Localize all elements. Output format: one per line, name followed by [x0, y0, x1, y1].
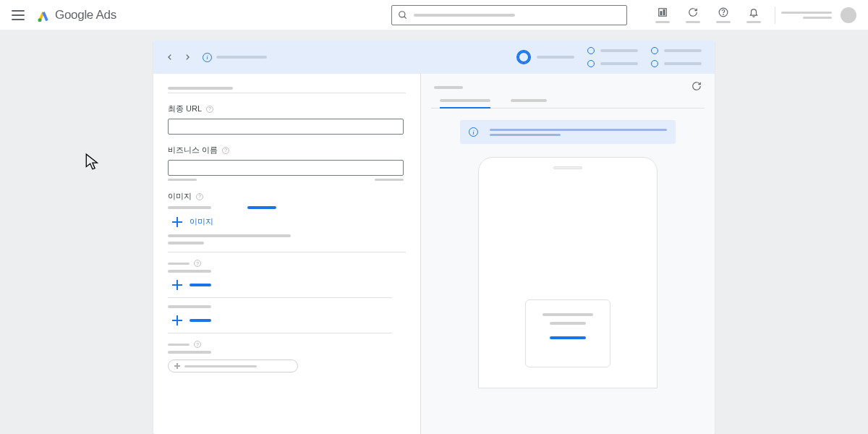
preview-pane: i [421, 74, 715, 434]
account-info[interactable] [781, 12, 832, 19]
step-item[interactable] [651, 60, 702, 67]
bell-icon [749, 7, 759, 17]
business-name-input[interactable] [168, 160, 404, 176]
add-item-button[interactable] [172, 280, 406, 290]
svg-line-2 [404, 16, 407, 18]
svg-point-7 [723, 14, 724, 15]
phone-speaker [553, 166, 582, 169]
plus-icon [172, 217, 182, 227]
field-label [168, 344, 190, 346]
notifications-button[interactable] [739, 7, 769, 23]
header-actions [647, 7, 856, 24]
step-current[interactable] [516, 50, 574, 64]
field-value [168, 351, 211, 354]
help-icon[interactable]: ? [194, 260, 201, 267]
brand-logo[interactable]: Google Ads [36, 8, 116, 22]
refresh-icon [688, 7, 698, 17]
sub-label [168, 206, 211, 209]
section-header [168, 87, 233, 90]
add-item-button[interactable] [172, 315, 406, 326]
divider [775, 7, 775, 24]
plus-icon [174, 363, 180, 369]
google-ads-logo-icon [36, 8, 51, 22]
link-text[interactable] [247, 206, 276, 209]
hamburger-icon[interactable] [12, 9, 25, 22]
refresh-icon [692, 81, 702, 91]
help-button[interactable] [708, 7, 739, 23]
help-icon [718, 7, 728, 17]
editor-panel: i 최종 URL? 비즈니스 [153, 41, 715, 434]
info-banner: i [460, 120, 676, 144]
help-icon[interactable]: ? [196, 193, 203, 200]
help-icon[interactable]: ? [206, 106, 213, 113]
phone-preview [478, 157, 658, 388]
add-chip[interactable] [168, 359, 298, 373]
breadcrumb [216, 56, 267, 59]
char-count [375, 179, 404, 181]
images-label: 이미지? [168, 191, 406, 202]
preview-title [434, 86, 463, 89]
forward-arrow[interactable] [184, 52, 191, 63]
help-icon[interactable]: ? [194, 341, 201, 348]
avatar[interactable] [841, 7, 856, 23]
field-value [168, 270, 211, 273]
bar-chart-icon [658, 7, 668, 17]
back-arrow[interactable] [166, 52, 174, 63]
search-icon [398, 10, 408, 20]
step-item[interactable] [587, 47, 638, 54]
search-placeholder [414, 14, 515, 17]
stepper-bar: i [153, 41, 715, 74]
description-text [168, 242, 204, 244]
preview-tab-2[interactable] [511, 99, 547, 108]
final-url-input[interactable] [168, 119, 404, 135]
svg-rect-3 [659, 9, 667, 17]
brand-text: Google Ads [55, 8, 116, 22]
content-split: 최종 URL? 비즈니스 이름? 이미지? 이미지 ? ? [153, 74, 715, 434]
add-image-button[interactable]: 이미지 [172, 216, 406, 227]
svg-rect-5 [663, 10, 665, 15]
description-text [168, 234, 291, 237]
search-input[interactable] [391, 5, 627, 25]
svg-point-0 [38, 18, 42, 22]
form-pane: 최종 URL? 비즈니스 이름? 이미지? 이미지 ? ? [153, 74, 421, 434]
svg-rect-4 [660, 12, 662, 15]
svg-point-1 [399, 11, 405, 17]
final-url-label: 최종 URL? [168, 103, 406, 114]
preview-tabs [431, 99, 705, 109]
info-icon[interactable]: i [203, 53, 212, 62]
ad-cta [550, 336, 586, 339]
step-item[interactable] [587, 60, 638, 67]
ad-preview-card [525, 299, 610, 367]
field-label [168, 263, 190, 265]
refresh-button[interactable] [678, 7, 708, 23]
hint-text [168, 179, 197, 181]
preview-tab-1[interactable] [440, 99, 490, 108]
main-background: i 최종 URL? 비즈니스 [0, 30, 868, 434]
plus-icon [172, 315, 182, 326]
business-name-label: 비즈니스 이름? [168, 145, 406, 156]
app-header: Google Ads [0, 0, 868, 30]
plus-icon [172, 280, 182, 290]
field-value [168, 305, 211, 308]
reports-button[interactable] [647, 7, 678, 23]
help-icon[interactable]: ? [222, 147, 229, 154]
info-icon: i [469, 127, 478, 137]
step-item[interactable] [651, 47, 702, 54]
refresh-preview-button[interactable] [692, 81, 702, 93]
